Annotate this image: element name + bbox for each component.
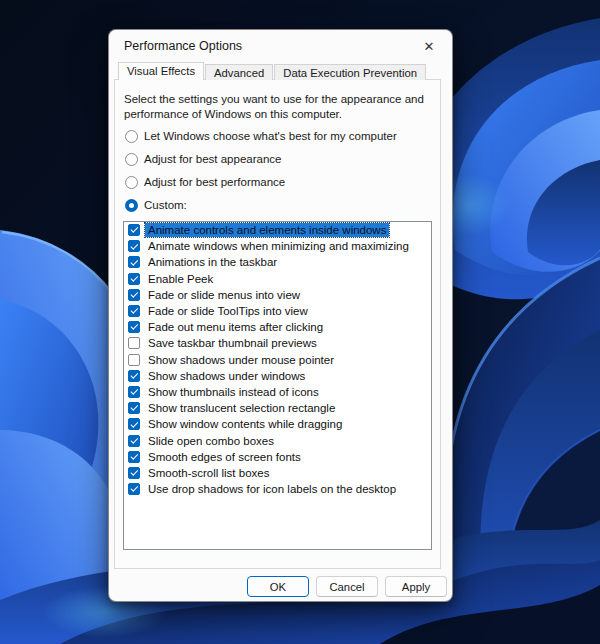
visual-effect-row[interactable]: Fade or slide ToolTips into view (124, 303, 431, 319)
checkbox[interactable] (128, 483, 140, 495)
radio-option[interactable]: Adjust for best performance (125, 175, 432, 189)
visual-effect-row[interactable]: Fade or slide menus into view (124, 287, 431, 303)
visual-effect-label: Show shadows under windows (145, 369, 308, 383)
visual-effect-row[interactable]: Show shadows under windows (124, 368, 431, 384)
tab-strip: Visual Effects Advanced Data Execution P… (118, 62, 427, 80)
checkbox[interactable] (128, 305, 140, 317)
visual-effect-label: Smooth edges of screen fonts (145, 450, 304, 464)
visual-effect-row[interactable]: Show shadows under mouse pointer (124, 352, 431, 368)
visual-effect-row[interactable]: Animate windows when minimizing and maxi… (124, 238, 431, 254)
titlebar[interactable]: Performance Options ✕ (109, 30, 452, 62)
checkmark-icon (130, 452, 137, 459)
tab[interactable]: Data Execution Prevention (274, 64, 426, 80)
checkmark-icon (130, 322, 137, 329)
radio-option[interactable]: Adjust for best appearance (125, 152, 432, 166)
visual-effect-label: Save taskbar thumbnail previews (145, 336, 320, 350)
visual-effect-row[interactable]: Show window contents while dragging (124, 416, 431, 432)
visual-effect-row[interactable]: Animate controls and elements inside win… (124, 222, 431, 238)
tab-label: Data Execution Prevention (283, 67, 417, 79)
visual-effect-row[interactable]: Save taskbar thumbnail previews (124, 335, 431, 351)
visual-effect-label: Show shadows under mouse pointer (145, 353, 337, 367)
visual-effect-row[interactable]: Enable Peek (124, 271, 431, 287)
checkbox[interactable] (128, 467, 140, 479)
checkmark-icon (130, 436, 137, 443)
tab-label: Advanced (214, 67, 264, 79)
desktop-wallpaper: Performance Options ✕ Visual Effects Adv… (0, 0, 600, 644)
checkmark-icon (130, 290, 137, 297)
tab[interactable]: Visual Effects (118, 62, 204, 80)
radio-option-label: Adjust for best appearance (144, 153, 281, 165)
radio-option-label: Let Windows choose what's best for my co… (144, 130, 397, 142)
radio-button-icon[interactable] (125, 199, 138, 212)
checkbox[interactable] (128, 337, 140, 349)
checkbox[interactable] (128, 418, 140, 430)
visual-effect-label: Enable Peek (145, 272, 216, 286)
visual-effects-tab-page: Select the settings you want to use for … (114, 79, 441, 569)
visual-effect-row[interactable]: Smooth-scroll list boxes (124, 465, 431, 481)
radio-button-icon[interactable] (125, 153, 138, 166)
radio-option-label: Adjust for best performance (144, 176, 285, 188)
dialog-title: Performance Options (124, 39, 414, 53)
radio-option[interactable]: Let Windows choose what's best for my co… (125, 129, 432, 143)
visual-effect-row[interactable]: Slide open combo boxes (124, 432, 431, 448)
performance-options-dialog: Performance Options ✕ Visual Effects Adv… (108, 29, 453, 602)
radio-button-icon[interactable] (125, 130, 138, 143)
visual-effect-label: Use drop shadows for icon labels on the … (145, 482, 399, 496)
radio-group: Let Windows choose what's best for my co… (123, 129, 432, 212)
visual-effect-label: Slide open combo boxes (145, 434, 277, 448)
visual-effect-label: Fade or slide menus into view (145, 288, 303, 302)
visual-effect-label: Show thumbnails instead of icons (145, 385, 322, 399)
visual-effect-label: Fade out menu items after clicking (145, 320, 326, 334)
dialog-button-row: OK Cancel Apply (247, 576, 447, 597)
close-button[interactable]: ✕ (414, 34, 444, 58)
visual-effect-label: Smooth-scroll list boxes (145, 466, 272, 480)
checkmark-icon (130, 306, 137, 313)
checkmark-icon (130, 242, 137, 249)
checkbox[interactable] (128, 224, 140, 236)
dialog-button[interactable]: OK (247, 576, 309, 597)
checkmark-icon (130, 484, 137, 491)
checkbox[interactable] (128, 354, 140, 366)
visual-effect-label: Animate windows when minimizing and maxi… (145, 239, 412, 253)
checkmark-icon (130, 258, 137, 265)
dialog-button[interactable]: Apply (385, 576, 447, 597)
checkbox[interactable] (128, 370, 140, 382)
settings-description: Select the settings you want to use for … (124, 92, 432, 122)
dialog-button[interactable]: Cancel (316, 576, 378, 597)
checkbox[interactable] (128, 386, 140, 398)
checkmark-icon (130, 403, 137, 410)
checkbox[interactable] (128, 256, 140, 268)
checkbox[interactable] (128, 289, 140, 301)
checkmark-icon (130, 274, 137, 281)
visual-effect-row[interactable]: Show translucent selection rectangle (124, 400, 431, 416)
visual-effect-label: Animations in the taskbar (145, 255, 280, 269)
checkbox[interactable] (128, 240, 140, 252)
visual-effect-row[interactable]: Show thumbnails instead of icons (124, 384, 431, 400)
visual-effect-label: Show translucent selection rectangle (145, 401, 338, 415)
checkmark-icon (130, 468, 137, 475)
visual-effect-row[interactable]: Use drop shadows for icon labels on the … (124, 481, 431, 497)
checkbox[interactable] (128, 451, 140, 463)
visual-effect-row[interactable]: Animations in the taskbar (124, 254, 431, 270)
visual-effect-label: Show window contents while dragging (145, 417, 345, 431)
radio-button-icon[interactable] (125, 176, 138, 189)
close-icon: ✕ (424, 39, 435, 54)
visual-effect-label: Animate controls and elements inside win… (145, 223, 389, 237)
checkmark-icon (130, 420, 137, 427)
checkbox[interactable] (128, 402, 140, 414)
checkbox[interactable] (128, 273, 140, 285)
visual-effect-row[interactable]: Fade out menu items after clicking (124, 319, 431, 335)
radio-option[interactable]: Custom: (125, 198, 432, 212)
tab[interactable]: Advanced (205, 64, 273, 80)
checkbox[interactable] (128, 435, 140, 447)
radio-option-label: Custom: (144, 199, 187, 211)
visual-effect-row[interactable]: Smooth edges of screen fonts (124, 449, 431, 465)
checkmark-icon (130, 387, 137, 394)
checkbox[interactable] (128, 321, 140, 333)
visual-effects-listbox[interactable]: Animate controls and elements inside win… (123, 221, 432, 550)
checkmark-icon (130, 371, 137, 378)
checkmark-icon (130, 225, 137, 232)
visual-effect-label: Fade or slide ToolTips into view (145, 304, 311, 318)
tab-label: Visual Effects (127, 65, 195, 77)
